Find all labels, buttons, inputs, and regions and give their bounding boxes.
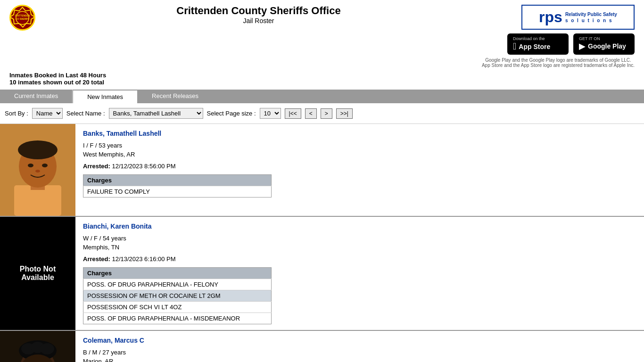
inmate-name-coleman[interactable]: Coleman, Marcus C	[83, 337, 636, 344]
sheriff-badge: CRITTENDEN CO SHERIFF	[9, 5, 35, 31]
nav-prev-button[interactable]: <	[305, 108, 317, 119]
app-store-main-text: App Store	[519, 43, 550, 50]
info-bar: Inmates Booked in Last 48 Hours 10 inmat…	[0, 68, 644, 90]
tab-recent-releases[interactable]: Recent Releases	[138, 90, 213, 103]
charge-row: POSSESSION OF SCH VI LT 4OZ	[83, 302, 272, 313]
page-size-select[interactable]: 10 20 50	[260, 108, 281, 119]
tab-bar: Current Inmates New Inmates Recent Relea…	[0, 90, 644, 103]
info-line1: Inmates Booked in Last 48 Hours	[9, 72, 635, 79]
charges-header: Charges	[83, 268, 272, 279]
nav-last-button[interactable]: >>|	[336, 108, 353, 119]
inmate-location-coleman: Marion, AR	[83, 358, 636, 362]
sort-label: Sort By :	[5, 110, 28, 117]
svg-point-10	[42, 164, 48, 167]
app-store-top-text: Download on the	[513, 36, 545, 41]
inmate-demographics-banks: I / F / 53 years	[83, 142, 636, 149]
svg-point-17	[40, 343, 54, 354]
name-select[interactable]: Banks, Tamathell Lashell	[109, 108, 203, 119]
google-play-icon: ▶	[579, 41, 586, 51]
tab-new-inmates[interactable]: New Inmates	[73, 90, 138, 103]
google-play-top-text: GET IT ON	[579, 36, 600, 41]
photo-not-available-text: Photo Not Available	[0, 260, 75, 287]
svg-point-11	[35, 170, 40, 173]
charges-header: Charges	[83, 175, 272, 186]
header-right: rps Relativity Public Safety s o l u t i…	[482, 5, 635, 68]
inmate-demographics-bianchi: W / F / 54 years	[83, 235, 636, 242]
svg-point-9	[28, 164, 33, 167]
svg-text:CRITTENDEN: CRITTENDEN	[15, 15, 30, 17]
app-store-button[interactable]: Download on the  App Store	[507, 33, 569, 55]
name-select-label: Select Name :	[66, 110, 105, 117]
inmate-info-banks: Banks, Tamathell Lashell I / F / 53 year…	[75, 124, 644, 216]
nav-next-button[interactable]: >	[321, 108, 332, 119]
charges-table-banks: Charges FAILURE TO COMPLY	[83, 174, 272, 197]
charge-row: FAILURE TO COMPLY	[83, 186, 272, 197]
roster-subtitle: Jail Roster	[35, 17, 482, 25]
inmate-location-bianchi: Memphis, TN	[83, 244, 636, 251]
disclaimer-line1: Google Play and the Google Play logo are…	[482, 58, 635, 63]
tab-current-inmates[interactable]: Current Inmates	[0, 90, 73, 103]
inmate-info-coleman: Coleman, Marcus C B / M / 27 years Mario…	[75, 331, 644, 362]
disclaimer-line2: App Store and the App Store logo are reg…	[482, 63, 635, 68]
charge-row: POSS. OF DRUG PARAPHERNALIA - MISDEMEANO…	[83, 313, 272, 324]
app-download-section: Download on the  App Store GET IT ON ▶ …	[507, 33, 635, 55]
sort-select[interactable]: Name	[32, 108, 63, 119]
rps-logo: rps Relativity Public Safety s o l u t i…	[521, 5, 635, 30]
inmate-name-banks[interactable]: Banks, Tamathell Lashell	[83, 130, 636, 137]
google-play-main-text: Google Play	[588, 42, 626, 50]
badge-icon: CRITTENDEN CO SHERIFF	[9, 5, 35, 31]
inmate-photo-bianchi: Photo Not Available	[0, 217, 75, 330]
table-row: Coleman, Marcus C B / M / 27 years Mario…	[0, 331, 644, 362]
inmate-arrested-banks: Arrested: 12/12/2023 8:56:00 PM	[83, 163, 636, 170]
header-title-block: Crittenden County Sheriffs Office Jail R…	[35, 5, 482, 25]
apple-icon: 	[513, 41, 516, 52]
controls-row: Sort By : Name Select Name : Banks, Tama…	[0, 103, 644, 123]
table-row: Photo Not Available Bianchi, Karen Bonit…	[0, 217, 644, 331]
charge-row: POSSESSION OF METH OR COCAINE LT 2GM	[83, 290, 272, 302]
inmate-location-banks: West Memphis, AR	[83, 151, 636, 158]
inmate-arrested-bianchi: Arrested: 12/13/2023 6:16:00 PM	[83, 255, 636, 263]
office-title: Crittenden County Sheriffs Office	[35, 5, 482, 17]
google-play-button[interactable]: GET IT ON ▶ Google Play	[573, 33, 635, 55]
inmate-info-bianchi: Bianchi, Karen Bonita W / F / 54 years M…	[75, 217, 644, 330]
disclaimer-block: Google Play and the Google Play logo are…	[482, 58, 635, 68]
charge-row: POSS. OF DRUG PARAPHERNALIA - FELONY	[83, 279, 272, 290]
svg-text:CO SHERIFF: CO SHERIFF	[16, 17, 30, 20]
inmate-demographics-coleman: B / M / 27 years	[83, 349, 636, 356]
inmate-photo-coleman	[0, 331, 75, 362]
table-row: Banks, Tamathell Lashell I / F / 53 year…	[0, 124, 644, 217]
svg-point-8	[18, 140, 58, 159]
page-header: CRITTENDEN CO SHERIFF Crittenden County …	[0, 0, 644, 68]
inmate-name-bianchi[interactable]: Bianchi, Karen Bonita	[83, 222, 636, 230]
rps-tagline: Relativity Public Safety s o l u t i o n…	[565, 11, 617, 24]
info-line2: 10 inmates shown out of 20 total	[9, 79, 635, 86]
nav-first-button[interactable]: |<<	[285, 108, 301, 119]
page-size-label: Select Page size :	[207, 110, 256, 117]
charges-table-bianchi: Charges POSS. OF DRUG PARAPHERNALIA - FE…	[83, 267, 272, 324]
inmate-list: Banks, Tamathell Lashell I / F / 53 year…	[0, 123, 644, 362]
rps-brand: rps	[539, 8, 562, 26]
inmate-photo-banks	[0, 124, 75, 216]
